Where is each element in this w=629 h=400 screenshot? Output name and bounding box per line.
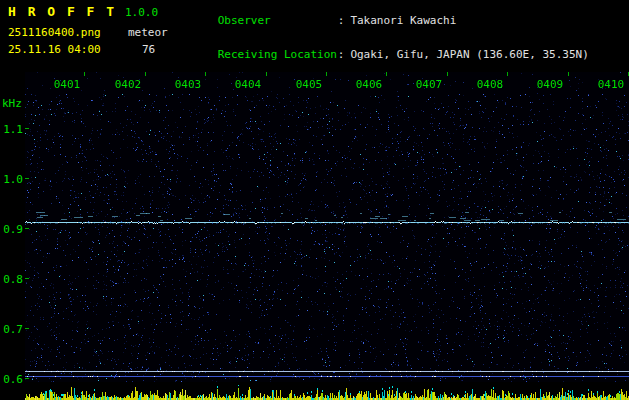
y-tick-0.9: 0.9: [3, 223, 23, 236]
x-tick-0407: 0407: [414, 78, 444, 91]
y-tick-0.7: 0.7: [3, 323, 23, 336]
y-axis-unit: kHz: [2, 97, 22, 110]
x-tick-0408: 0408: [475, 78, 505, 91]
info-separator: :: [338, 48, 345, 61]
x-tick-0406: 0406: [354, 78, 384, 91]
y-tick-0.6: 0.6: [3, 373, 23, 386]
x-tick-0404: 0404: [233, 78, 263, 91]
x-tick-0402: 0402: [113, 78, 143, 91]
y-tick-1.0: 1.0: [3, 173, 23, 186]
info-label-location: Receiving Location: [218, 49, 338, 61]
info-row-location: Receiving Location:Ogaki, Gifu, JAPAN (1…: [178, 38, 589, 73]
hrofft-window: H R O F F T 1.0.0 2511160400.png meteor …: [0, 0, 629, 400]
x-tick-0403: 0403: [173, 78, 203, 91]
x-tick-0405: 0405: [294, 78, 324, 91]
x-tick-0409: 0409: [535, 78, 565, 91]
x-tick-0410: 0410: [596, 78, 626, 91]
spectrogram-canvas: [25, 72, 629, 382]
y-tick-0.8: 0.8: [3, 273, 23, 286]
datetime-label: 25.11.16 04:00: [8, 43, 101, 56]
info-value-observer: Takanori Kawachi: [350, 14, 456, 27]
x-tick-0401: 0401: [52, 78, 82, 91]
app-version: 1.0.0: [125, 6, 158, 19]
info-separator: :: [338, 14, 345, 27]
echo-count: 76: [142, 43, 155, 56]
signal-level-strip: [25, 385, 629, 400]
output-filename: 2511160400.png: [8, 26, 101, 39]
info-row-observer: Observer:Takanori Kawachi: [178, 3, 589, 38]
info-value-location: Ogaki, Gifu, JAPAN (136.60E, 35.35N): [350, 48, 588, 61]
y-tick-1.1: 1.1: [3, 123, 23, 136]
info-label-observer: Observer: [218, 15, 338, 27]
mode-label: meteor: [128, 26, 168, 39]
app-title: H R O F F T: [8, 4, 116, 19]
